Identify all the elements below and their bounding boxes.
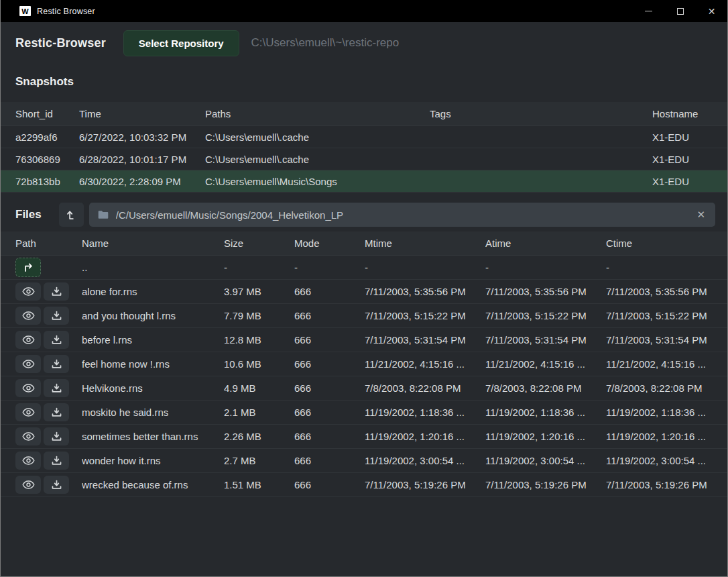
file-mode: - [294, 262, 365, 273]
view-file-button[interactable] [15, 307, 41, 325]
file-ctime: 7/8/2003, 8:22:08 PM [606, 382, 727, 394]
titlebar: W Restic Browser ✕ [1, 0, 727, 22]
row-actions [15, 282, 82, 301]
snapshot-time: 6/30/2022, 2:28:09 PM [79, 176, 205, 187]
download-file-button[interactable] [44, 355, 69, 373]
snapshot-row[interactable]: a2299af66/27/2022, 10:03:32 PMC:\Users\e… [1, 126, 727, 148]
view-file-icon [22, 383, 35, 393]
snapshot-row[interactable]: 763068696/28/2022, 10:01:17 PMC:\Users\e… [1, 148, 727, 170]
file-row[interactable]: and you thought l.rns7.79 MB6667/11/2003… [1, 304, 727, 328]
maximize-button[interactable] [664, 0, 696, 22]
current-path-input[interactable] [116, 209, 695, 221]
snapshot-hostname: X1-EDU [652, 154, 727, 165]
download-file-icon [51, 431, 62, 442]
row-actions [15, 427, 82, 445]
file-ctime: 7/11/2003, 5:15:22 PM [606, 310, 727, 321]
close-icon: ✕ [708, 7, 716, 16]
download-file-button[interactable] [44, 307, 69, 325]
download-file-button[interactable] [44, 403, 69, 421]
files-table-header: Path Name Size Mode Mtime Atime Ctime [1, 231, 727, 256]
download-file-button[interactable] [44, 427, 69, 445]
file-row[interactable]: wrecked because of.rns1.51 MB6667/11/200… [1, 473, 727, 497]
download-file-button[interactable] [44, 476, 69, 494]
download-file-icon [51, 334, 62, 346]
row-actions [15, 452, 82, 470]
column-header-mtime: Mtime [365, 238, 485, 249]
view-file-button[interactable] [15, 331, 41, 349]
snapshot-time: 6/28/2022, 10:01:17 PM [79, 154, 205, 165]
view-file-icon [22, 359, 35, 369]
snapshot-hostname: X1-EDU [652, 132, 727, 143]
repository-path: C:\Users\emuell\~\restic-repo [251, 36, 400, 50]
file-row[interactable]: alone for.rns3.97 MB6667/11/2003, 5:35:5… [1, 280, 727, 304]
file-row[interactable]: wonder how it.rns2.7 MB66611/19/2002, 3:… [1, 449, 727, 473]
view-file-button[interactable] [15, 403, 41, 421]
file-mtime: 11/21/2002, 4:15:16 ... [365, 358, 485, 370]
column-header-name: Name [82, 238, 224, 249]
snapshots-table-body: a2299af66/27/2022, 10:03:32 PMC:\Users\e… [1, 126, 727, 193]
file-mtime: 11/19/2002, 1:18:36 ... [365, 407, 485, 418]
file-name: sometimes better than.rns [82, 431, 224, 442]
minimize-button[interactable] [633, 0, 664, 22]
download-file-icon [51, 310, 62, 321]
download-file-button[interactable] [44, 282, 69, 301]
file-size: 1.51 MB [224, 479, 294, 490]
column-header-mode: Mode [294, 238, 365, 249]
file-ctime: 7/11/2003, 5:31:54 PM [606, 334, 727, 346]
go-up-icon [22, 261, 35, 274]
open-parent-button[interactable] [15, 258, 41, 277]
parent-directory-button[interactable] [59, 203, 84, 227]
view-file-icon [22, 431, 35, 441]
view-file-button[interactable] [15, 355, 41, 373]
maximize-icon [677, 8, 684, 15]
view-file-button[interactable] [15, 379, 41, 397]
file-name: .. [82, 262, 224, 273]
snapshot-row[interactable]: 72b813bb6/30/2022, 2:28:09 PMC:\Users\em… [1, 170, 727, 193]
select-repository-button[interactable]: Select Repository [123, 30, 239, 56]
app-logo-icon: W [19, 6, 31, 16]
file-mtime: - [365, 262, 485, 273]
file-size: 12.8 MB [224, 334, 294, 346]
file-row[interactable]: before l.rns12.8 MB6667/11/2003, 5:31:54… [1, 328, 727, 352]
view-file-button[interactable] [15, 452, 41, 470]
file-mtime: 7/8/2003, 8:22:08 PM [365, 382, 485, 394]
file-row[interactable]: sometimes better than.rns2.26 MB66611/19… [1, 425, 727, 449]
file-size: - [224, 262, 294, 273]
file-mode: 666 [294, 286, 365, 297]
view-file-button[interactable] [15, 282, 41, 301]
close-button[interactable]: ✕ [696, 0, 727, 22]
snapshot-short-id: 76306869 [15, 154, 79, 165]
snapshot-short-id: 72b813bb [15, 176, 79, 187]
column-header-short-id: Short_id [15, 108, 79, 119]
column-header-hostname: Hostname [652, 108, 727, 119]
download-file-button[interactable] [44, 379, 69, 397]
file-row[interactable]: moskito he said.rns2.1 MB66611/19/2002, … [1, 401, 727, 425]
parent-directory-row[interactable]: ..----- [1, 256, 727, 280]
view-file-button[interactable] [15, 476, 41, 494]
file-mtime: 11/19/2002, 3:00:54 ... [365, 455, 485, 466]
app-title: Restic-Browser [15, 36, 106, 50]
view-file-button[interactable] [15, 427, 41, 445]
file-row[interactable]: feel home now !.rns10.6 MB66611/21/2002,… [1, 352, 727, 376]
file-ctime: 11/19/2002, 1:20:16 ... [606, 431, 727, 442]
file-ctime: 11/21/2002, 4:15:16 ... [606, 358, 727, 370]
file-size: 4.9 MB [224, 382, 294, 394]
window-title: Restic Browser [37, 7, 95, 16]
download-file-icon [51, 407, 62, 418]
download-file-icon [51, 455, 62, 466]
file-atime: 7/11/2003, 5:31:54 PM [485, 334, 606, 346]
file-atime: - [485, 262, 606, 273]
column-header-paths: Paths [205, 108, 430, 119]
file-size: 3.97 MB [224, 286, 294, 297]
file-mode: 666 [294, 334, 365, 346]
row-actions [15, 307, 82, 325]
snapshot-paths: C:\Users\emuell\.cache [205, 132, 430, 143]
row-actions [15, 476, 82, 494]
clear-path-icon[interactable]: ✕ [694, 209, 707, 221]
view-file-icon [22, 480, 35, 490]
column-header-atime: Atime [485, 238, 606, 249]
file-row[interactable]: Helvikone.rns4.9 MB6667/8/2003, 8:22:08 … [1, 376, 727, 401]
download-file-button[interactable] [44, 452, 69, 470]
download-file-button[interactable] [44, 331, 69, 349]
file-mode: 666 [294, 431, 365, 442]
